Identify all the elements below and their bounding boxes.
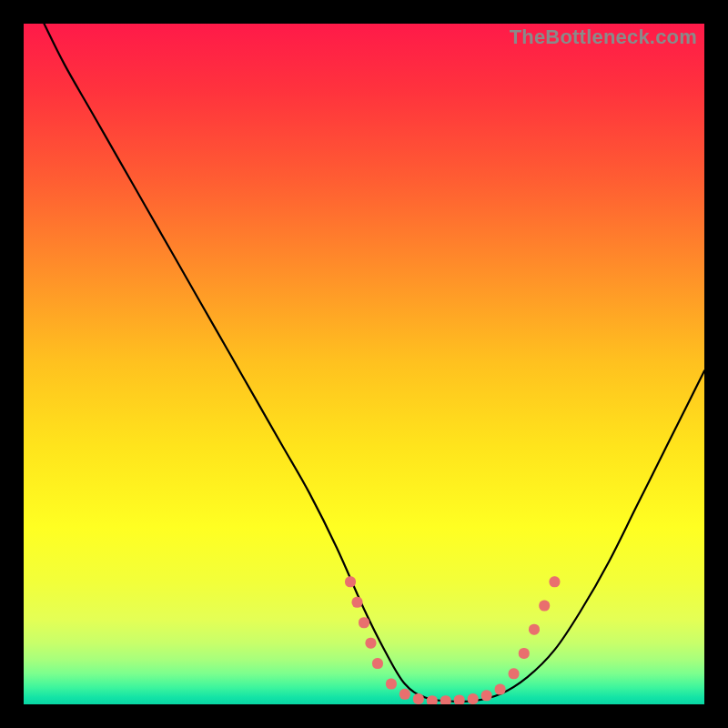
highlight-dot (352, 597, 363, 608)
highlight-dot (539, 601, 550, 612)
highlight-dot (519, 648, 530, 659)
highlight-dot (372, 658, 383, 669)
highlight-dot (495, 684, 506, 695)
bottleneck-chart (24, 24, 704, 704)
highlight-dot (345, 576, 356, 587)
highlight-dot (529, 624, 540, 635)
highlight-dot (468, 693, 479, 704)
highlight-dot (440, 695, 451, 704)
gradient-background (24, 24, 704, 704)
watermark-label: TheBottleneck.com (510, 25, 697, 49)
highlight-dot (427, 695, 438, 704)
highlight-dot (399, 689, 410, 700)
highlight-dot (413, 693, 424, 704)
highlight-dot (481, 690, 492, 701)
highlight-dot (359, 617, 369, 628)
highlight-dot (386, 679, 397, 690)
chart-frame: TheBottleneck.com (24, 24, 704, 704)
highlight-dot (454, 695, 465, 704)
highlight-dot (509, 668, 520, 679)
highlight-dot (365, 638, 376, 649)
highlight-dot (549, 576, 560, 587)
